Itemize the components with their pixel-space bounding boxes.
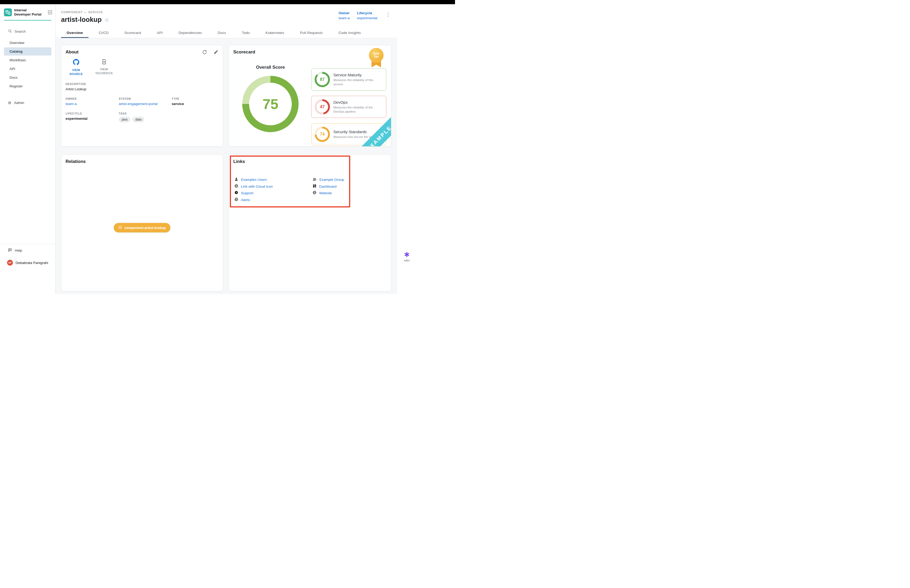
dashboard-icon (312, 184, 317, 189)
sidebar-item-catalog[interactable]: Catalog (4, 47, 51, 55)
aida-widget[interactable]: AIDA (400, 252, 414, 262)
portal-logo-icon (4, 8, 12, 16)
links-title: Links (229, 155, 391, 164)
metric-name: Service Maturity (333, 73, 383, 77)
user-avatar: DP (7, 260, 13, 266)
top-black-bar (0, 0, 455, 4)
globe-icon (234, 184, 238, 189)
help-button[interactable]: Help (0, 244, 55, 255)
relations-node-chip[interactable]: component:artist-lookup (114, 223, 170, 233)
owner-value-link[interactable]: team-a (339, 16, 350, 20)
page-title: artist-lookup (61, 16, 102, 23)
tag-chip[interactable]: java (119, 116, 130, 123)
type-value: service (172, 102, 218, 106)
metric-score-ring: 74 (315, 127, 330, 142)
aida-flower-icon (404, 254, 410, 258)
sidebar-item-admin[interactable]: ⚙ Admin (0, 99, 55, 107)
owner-meta: Owner team-a (339, 11, 350, 20)
sidebar-nav: Overview Catalog Workflows API Docs Regi… (0, 38, 55, 91)
scorecard-metric[interactable]: 87 Service Maturity Measures the reliabi… (311, 68, 386, 90)
metric-name: Security Standards (333, 129, 373, 134)
lifecycle-value: experimental (357, 16, 377, 20)
globe-icon (312, 191, 317, 195)
description-value: Artist Lookup (66, 87, 218, 91)
search-icon (8, 29, 12, 34)
view-source-button[interactable]: VIEW SOURCE (66, 59, 87, 76)
refresh-icon[interactable] (202, 50, 207, 56)
aida-label: AIDA (400, 259, 414, 262)
tag-chip[interactable]: data (133, 116, 144, 123)
scorecard-card: Scorecard Gold Tier Overall Score (229, 45, 391, 147)
badge-label: Gold Tier (372, 52, 380, 58)
tab-api[interactable]: API (151, 28, 168, 38)
link-website[interactable]: Website (319, 191, 332, 195)
metric-score-ring: 47 (315, 99, 330, 115)
owner-label: Owner (339, 11, 350, 15)
gold-tier-badge: Gold Tier (369, 48, 384, 63)
lifecycle-field: LIFECYCLE experimental (66, 112, 119, 123)
tab-todo[interactable]: Todo (236, 28, 255, 38)
user-icon (234, 177, 238, 182)
tab-kubernetes[interactable]: Kubernetes (260, 28, 289, 38)
admin-label: Admin (14, 101, 24, 105)
lifecycle-value: experimental (66, 116, 119, 121)
lifecycle-label: Lifecycle (357, 11, 377, 15)
overall-score-label: Overall Score (256, 65, 285, 70)
sidebar-item-register[interactable]: Register (4, 82, 51, 90)
sidebar-item-docs[interactable]: Docs (4, 73, 51, 82)
edit-pencil-icon[interactable] (213, 50, 218, 56)
tab-scorecard[interactable]: Scorecard (119, 28, 146, 38)
help-icon: ? (234, 191, 238, 195)
relations-card: Relations component:artist-lookup (61, 155, 223, 291)
metric-description: Measures how secure the ser (333, 135, 373, 139)
overall-score-value: 75 (242, 76, 299, 132)
view-techdocs-button[interactable]: VIEW TECHDOCS (94, 59, 115, 76)
search-label: Search (15, 29, 26, 34)
relations-title: Relations (61, 155, 223, 164)
tab-dependencies[interactable]: Dependencies (173, 28, 207, 38)
tags-field: TAGS java data (119, 112, 172, 123)
tab-cicd[interactable]: CI/CD (93, 28, 114, 38)
svg-text:?: ? (236, 192, 237, 194)
group-icon (312, 177, 317, 182)
kebab-menu-icon[interactable]: ⋮ (385, 11, 391, 17)
tab-pull-requests[interactable]: Pull Requests (295, 28, 328, 38)
metric-score-ring: 87 (315, 72, 330, 87)
tab-docs[interactable]: Docs (212, 28, 232, 38)
apps-grid-icon[interactable] (48, 10, 52, 15)
sidebar: Internal Developer Portal Search Overvie… (0, 4, 55, 294)
view-source-label: VIEW SOURCE (69, 68, 84, 76)
sidebar-item-workflows[interactable]: Workflows (4, 56, 51, 64)
sidebar-item-api[interactable]: API (4, 65, 51, 73)
component-node-icon (118, 225, 122, 230)
sidebar-search[interactable]: Search (0, 27, 55, 36)
gear-icon: ⚙ (8, 101, 11, 105)
metric-description: Measures the reliability of the DevOps p… (333, 105, 383, 114)
link-example-group[interactable]: Example Group (319, 178, 344, 182)
link-with-cloud-icon[interactable]: Link with Cloud Icon (241, 184, 273, 189)
content-area: About (55, 38, 397, 294)
favorite-star-icon[interactable]: ☆ (105, 18, 109, 23)
owner-link[interactable]: team-a (66, 102, 119, 106)
type-field: TYPE service (172, 97, 218, 106)
link-support[interactable]: Support (241, 191, 253, 195)
system-link[interactable]: artist-engagement-portal (119, 102, 172, 106)
description-label: DESCRIPTION (66, 82, 218, 86)
logo-accent-underline (4, 20, 51, 21)
portal-title: Internal Developer Portal (14, 8, 42, 17)
user-profile[interactable]: DP Debabrata Panigrahi (0, 255, 55, 268)
user-name: Debabrata Panigrahi (16, 261, 48, 265)
entity-tabs: Overview CI/CD Scorecard API Dependencie… (55, 23, 397, 38)
tab-code-insights[interactable]: Code Insights (333, 28, 366, 38)
link-examples-users[interactable]: Examples Users (241, 178, 267, 182)
scorecard-metric[interactable]: 47 DevOps Measures the reliability of th… (311, 96, 386, 118)
tab-overview[interactable]: Overview (61, 28, 89, 38)
lifecycle-meta: Lifecycle experimental (357, 11, 377, 20)
document-icon (101, 59, 107, 66)
sidebar-item-overview[interactable]: Overview (4, 39, 51, 47)
link-alerts[interactable]: Alerts (241, 198, 250, 202)
help-label: Help (15, 249, 22, 252)
help-chat-icon (8, 248, 12, 253)
about-card: About (61, 45, 223, 147)
link-dashboard[interactable]: Dashboard (319, 184, 336, 189)
